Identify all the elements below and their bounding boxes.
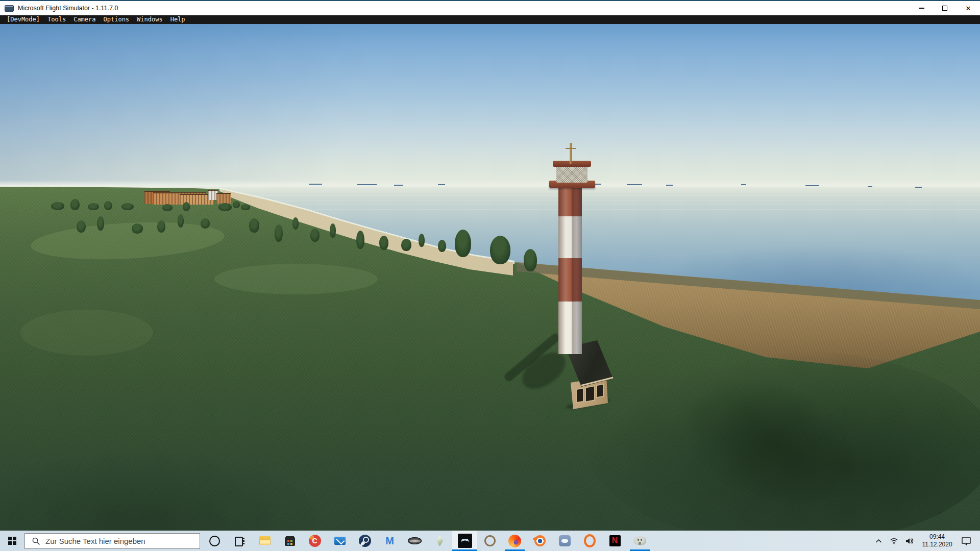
tree [218, 203, 232, 211]
tree [455, 230, 471, 257]
tree [490, 236, 510, 264]
tree [356, 231, 364, 249]
house-window [597, 385, 603, 397]
boat-dash [741, 184, 746, 185]
tree [104, 201, 112, 210]
maximize-button[interactable] [933, 1, 957, 15]
house-window [586, 387, 594, 402]
windows-taskbar: 09:44 11.12.2020 [0, 531, 980, 551]
taskbar-icon-msfs[interactable] [452, 531, 477, 551]
tree [241, 204, 250, 210]
taskbar-icon-netflix[interactable] [602, 531, 627, 551]
taskbar-icon-cortana[interactable] [202, 531, 227, 551]
tree [77, 220, 86, 233]
system-tray: 09:44 11.12.2020 [871, 531, 976, 551]
boat-dash [868, 186, 872, 187]
start-button[interactable] [0, 531, 24, 551]
lighthouse-mast-crossbar [566, 148, 576, 149]
tree [157, 220, 165, 233]
volume-button[interactable] [901, 531, 918, 551]
wifi-button[interactable] [886, 531, 901, 551]
taskbar-icon-firefox[interactable] [502, 531, 527, 551]
window-titlebar: Microsoft Flight Simulator - 1.11.7.0 ✕ [0, 0, 980, 15]
desktop: Microsoft Flight Simulator - 1.11.7.0 ✕ … [0, 0, 980, 551]
gimp-icon [633, 534, 647, 548]
boat-dash [438, 184, 445, 185]
taskbar-icon-steam[interactable] [352, 531, 377, 551]
msfs-icon [458, 534, 472, 548]
action-center-button[interactable] [957, 531, 976, 551]
tree [292, 217, 299, 230]
menu-tools[interactable]: Tools [47, 15, 66, 24]
horizon-haze [0, 180, 980, 189]
malwarebytes-icon [383, 534, 397, 548]
window-title: Microsoft Flight Simulator - 1.11.7.0 [18, 5, 118, 12]
firefox-icon [508, 534, 522, 548]
store-icon [283, 534, 297, 548]
boat-dash [805, 185, 819, 186]
tray-expand-button[interactable] [871, 531, 886, 551]
boat-dash [627, 184, 642, 185]
taskbar-icon-ccleaner[interactable] [302, 531, 327, 551]
menu-help[interactable]: Help [170, 15, 185, 24]
tree [201, 218, 210, 229]
taskbar-clock[interactable]: 09:44 11.12.2020 [918, 533, 957, 548]
tree [162, 204, 173, 211]
sims-icon [433, 534, 447, 548]
tree [524, 249, 537, 271]
menu-windows[interactable]: Windows [137, 15, 163, 24]
origin-icon [583, 534, 597, 548]
tree [97, 216, 104, 231]
tree [233, 201, 240, 208]
tree [330, 223, 336, 238]
taskbar-icon-sims[interactable] [427, 531, 452, 551]
search-icon [32, 537, 40, 545]
explorer-icon [258, 534, 272, 548]
lighthouse-mast [570, 143, 572, 164]
tree [121, 203, 134, 210]
taskbar-icon-taskview[interactable] [227, 531, 252, 551]
eso-icon [483, 534, 497, 548]
lighthouse-cap [553, 161, 591, 167]
tree [379, 236, 388, 250]
taskbar-icon-mail[interactable] [327, 531, 352, 551]
tree [88, 203, 99, 210]
netflix-icon [608, 534, 622, 548]
wifi-icon [890, 538, 898, 544]
search-input[interactable] [45, 537, 200, 545]
taskbar-search[interactable] [24, 533, 200, 549]
tree [310, 229, 320, 242]
simulator-viewport[interactable] [0, 24, 980, 531]
tree [275, 224, 283, 242]
tree [51, 202, 64, 210]
tree [419, 234, 425, 247]
menu-camera[interactable]: Camera [74, 15, 95, 24]
resort-building [216, 193, 231, 204]
taskbar-icon-malwarebytes[interactable] [377, 531, 402, 551]
boat-dash [666, 185, 673, 186]
lighthouse-lantern-drum [556, 166, 587, 183]
menu-devmode[interactable]: [DevMode] [7, 15, 40, 24]
tree [132, 223, 143, 234]
tree [438, 240, 446, 252]
tree [183, 202, 190, 211]
taskbar-icon-store[interactable] [277, 531, 302, 551]
taskbar-icon-eso[interactable] [477, 531, 502, 551]
minimize-button[interactable] [910, 1, 933, 15]
taskbar-icon-discord[interactable] [552, 531, 577, 551]
mail-icon [333, 534, 347, 548]
taskbar-icon-gimp[interactable] [627, 531, 652, 551]
tree [70, 199, 80, 210]
close-button[interactable]: ✕ [957, 1, 980, 15]
taskbar-icon-origin[interactable] [577, 531, 602, 551]
taskbar-icon-blender[interactable] [527, 531, 552, 551]
menu-options[interactable]: Options [104, 15, 130, 24]
boat-dash [915, 187, 922, 188]
discord-icon [558, 534, 572, 548]
cortana-icon [208, 534, 222, 548]
taskview-icon [233, 534, 247, 548]
taskbar-icon-explorer[interactable] [252, 531, 277, 551]
taskbar-icon-carmageddon[interactable] [402, 531, 427, 551]
sky-gradient-overlay [0, 24, 561, 188]
carmageddon-icon [408, 534, 422, 548]
